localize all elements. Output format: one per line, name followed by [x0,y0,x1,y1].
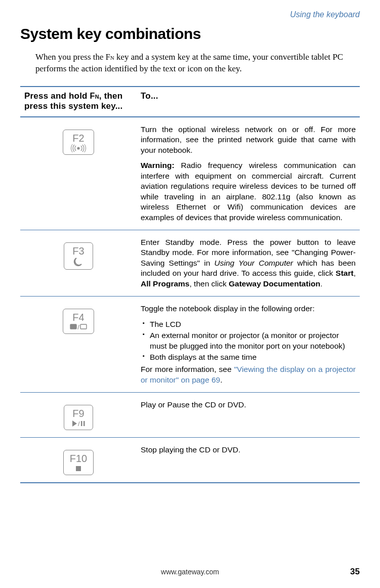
svg-rect-2 [80,324,87,329]
keycap-label: F10 [70,453,87,464]
page-number: 35 [350,567,360,577]
col-header-key: Press and hold Fn, then press this syste… [20,87,137,117]
f4-list: The LCD An external monitor or projector… [143,319,356,363]
f3-dot: . [320,279,322,288]
desc-cell-f3: Enter Standby mode. Press the power butt… [137,230,360,296]
svg-rect-7 [83,421,85,426]
keycap-f9: F9 / [64,405,93,430]
f3-text: Enter Standby mode. Press the power butt… [141,237,356,289]
f4-tail-a: For more information, see [141,365,234,373]
svg-text:/: / [77,323,79,331]
f2-warning: Warning: Radio frequency wireless commun… [141,160,356,223]
f2-p1: Turn the optional wireless network on or… [141,124,356,155]
f4-tail: For more information, see "Viewing the d… [141,364,356,385]
svg-text:/: / [78,420,80,428]
play-pause-icon: / [71,419,86,428]
f10-text: Stop playing the CD or DVD. [141,445,356,455]
key-cell-f9: F9 / [20,393,137,438]
intro-pre: When you press the [35,52,106,62]
warning-text: Radio frequency wireless communication c… [141,161,356,221]
list-item: An external monitor or projector (a moni… [143,330,356,351]
svg-marker-4 [72,421,77,427]
table-row: F4 / Toggle the notebook display in the … [20,297,360,393]
wireless-icon [69,144,88,152]
keycap-label: F9 [70,408,87,418]
key-cell-f4: F4 / [20,297,137,393]
table-row: F3 Enter Standby mode. Press the power b… [20,230,360,296]
f3-comma: , [354,269,356,277]
intro-paragraph: When you press the Fn key and a system k… [35,52,360,75]
svg-point-0 [77,147,79,149]
section-context: Using the keyboard [20,10,360,19]
desc-cell-f10: Stop playing the CD or DVD. [137,438,360,483]
col-header-to: To... [137,87,360,117]
table-row: F10 Stop playing the CD or DVD. [20,438,360,483]
f4-lead: Toggle the notebook display in the follo… [141,304,356,314]
keycap-f2: F2 [63,130,94,155]
page-title: System key combinations [20,25,360,43]
table-row: F2 Turn the opti [20,117,360,230]
desc-cell-f9: Play or Pause the CD or DVD. [137,393,360,438]
desc-cell-f4: Toggle the notebook display in the follo… [137,297,360,393]
f9-text: Play or Pause the CD or DVD. [141,400,356,410]
table-row: F9 / Play or Pause the CD or DVD. [20,393,360,438]
svg-rect-8 [76,466,81,471]
keycap-label: F3 [70,246,87,256]
key-cell-f2: F2 [20,117,137,230]
col1-pre: Press and hold [24,91,90,101]
desc-cell-f2: Turn the optional wireless network on or… [137,117,360,230]
f4-tail-b: . [220,375,222,384]
keycap-label: F4 [69,312,88,322]
footer-url: www.gateway.com [161,568,219,576]
display-toggle-icon: / [69,323,88,331]
list-item: The LCD [143,319,356,329]
f3-italic: Using Your Computer [215,259,293,267]
key-cell-f10: F10 [20,438,137,483]
warning-label: Warning: [141,161,175,170]
keycap-f10: F10 [63,450,94,475]
f3-then: , then click [189,279,229,288]
standby-moon-icon [72,257,85,267]
f3-allprograms: All Programs [141,279,189,288]
key-combinations-table: Press and hold Fn, then press this syste… [20,86,360,484]
svg-rect-1 [70,324,76,329]
page-footer: www.gateway.com 35 [20,568,360,576]
keycap-f4: F4 / [63,309,94,334]
key-cell-f3: F3 [20,230,137,296]
keycap-f3: F3 [64,242,93,270]
list-item: Both displays at the same time [143,352,356,362]
f3-start: Start [335,269,353,277]
f3-gateway: Gateway Documentation [229,279,320,288]
col1-fn: Fn [90,91,99,100]
keycap-label: F2 [69,133,88,143]
fn-key-text: Fn [106,53,114,61]
stop-icon [74,465,82,473]
svg-rect-6 [81,421,82,426]
